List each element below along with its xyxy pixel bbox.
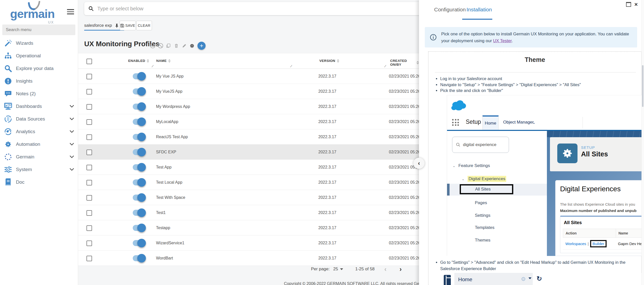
sf-tree-themes[interactable]: Themes: [475, 238, 490, 243]
table-row[interactable]: My Vue JS App2022.3.1702/23/2021 05:26:: [78, 69, 419, 84]
builder-gear-icon[interactable]: ⚙: [521, 276, 526, 282]
enabled-toggle[interactable]: [133, 73, 144, 79]
builder-refresh-icon[interactable]: ↻: [537, 275, 542, 283]
sf-quick-find-box[interactable]: digital experience: [452, 137, 509, 153]
tab-configuration[interactable]: Configuration: [434, 7, 466, 13]
row-checkbox[interactable]: [86, 134, 92, 140]
next-page-button[interactable]: ›: [399, 265, 402, 273]
enabled-toggle[interactable]: [133, 179, 144, 185]
sidebar-item-operational[interactable]: Operational: [0, 50, 78, 62]
enabled-toggle[interactable]: [133, 104, 144, 110]
window-restore-icon[interactable]: [626, 2, 631, 7]
sidebar-item-explore-your-data[interactable]: Explore your data: [0, 62, 78, 75]
settings-gear-icon[interactable]: [189, 43, 195, 49]
enable-check-circle-icon[interactable]: [150, 43, 156, 49]
sidebar-item-data-sources[interactable]: Data Sources: [0, 113, 78, 125]
sf-tab-home[interactable]: Home: [482, 115, 499, 130]
table-row[interactable]: SFDC EXP2022.3.1702/23/2021 05:26:: [78, 145, 419, 160]
global-search-bar[interactable]: [84, 2, 419, 15]
table-row[interactable]: MyLocalApp2022.3.1702/23/2021 05:26:: [78, 114, 419, 129]
sidebar-item-dashboards[interactable]: Dashboards: [0, 100, 78, 113]
row-checkbox[interactable]: [86, 256, 92, 261]
ux-tester-link[interactable]: UX Tester: [493, 38, 512, 43]
chevron-down-icon[interactable]: [70, 118, 74, 120]
sort-icon[interactable]: [168, 59, 171, 63]
sidebar-item-system[interactable]: System: [0, 163, 78, 176]
enabled-toggle[interactable]: [133, 119, 144, 125]
hamburger-menu-icon[interactable]: [67, 9, 74, 15]
sort-icon[interactable]: [337, 59, 339, 63]
add-profile-button[interactable]: +: [197, 42, 206, 50]
sf-tree-feature-settings[interactable]: ⌄ Feature Settings: [453, 163, 490, 168]
sidebar-item-doc[interactable]: Doc: [0, 176, 78, 188]
chevron-down-icon[interactable]: [70, 105, 74, 108]
table-row[interactable]: WizardService12022.3.1702/23/2021 05:26:: [78, 235, 419, 251]
tab-installation[interactable]: Installation: [467, 7, 492, 13]
panel-scrollbar[interactable]: [641, 0, 644, 285]
column-header-name[interactable]: NAME: [156, 59, 171, 63]
row-checkbox[interactable]: [86, 89, 92, 94]
sidebar-item-notes-2[interactable]: Notes (2): [0, 87, 78, 100]
column-header-enabled[interactable]: ENABLED: [128, 59, 149, 63]
chevron-down-icon[interactable]: [70, 143, 74, 146]
duplicate-copy-icon[interactable]: [166, 43, 171, 49]
enabled-toggle[interactable]: [133, 149, 144, 155]
save-button[interactable]: SAVE: [120, 21, 136, 30]
sort-icon[interactable]: [147, 59, 149, 63]
enabled-toggle[interactable]: [133, 210, 144, 216]
previous-page-button[interactable]: ‹: [384, 265, 387, 273]
sf-builder-link[interactable]: Builder: [590, 240, 607, 247]
row-checkbox[interactable]: [86, 74, 92, 79]
search-input[interactable]: [97, 6, 351, 12]
sidebar-item-automation[interactable]: Automation: [0, 138, 78, 151]
column-header-version[interactable]: VERSION: [319, 59, 339, 63]
row-checkbox[interactable]: [86, 180, 92, 185]
edit-pencil-icon[interactable]: [181, 43, 187, 49]
chevron-down-icon[interactable]: [70, 168, 74, 171]
enabled-toggle[interactable]: [133, 255, 144, 261]
sf-workspaces-link[interactable]: Workspaces: [565, 242, 586, 246]
row-checkbox[interactable]: [86, 241, 92, 246]
table-row[interactable]: Test With Space2022.3.1702/23/2021 05:26…: [78, 190, 419, 205]
close-icon[interactable]: ✕: [634, 2, 638, 7]
pin-icon[interactable]: [115, 23, 119, 28]
table-row[interactable]: Test App2022.3.1702/23/2021 05:26:: [78, 160, 419, 175]
sidebar-item-wizards[interactable]: Wizards: [0, 37, 78, 50]
enabled-toggle[interactable]: [133, 164, 144, 170]
enabled-toggle[interactable]: [133, 225, 144, 231]
app-launcher-icon[interactable]: [452, 119, 459, 126]
sf-tree-pages[interactable]: Pages: [475, 200, 487, 205]
row-checkbox[interactable]: [86, 210, 92, 216]
clear-button[interactable]: CLEAR: [136, 21, 152, 30]
enabled-toggle[interactable]: [133, 88, 144, 94]
row-checkbox[interactable]: [86, 165, 92, 170]
filter-chip[interactable]: salesforce exp ✕: [84, 22, 124, 31]
select-all-checkbox[interactable]: [86, 59, 92, 64]
sidebar-item-insights[interactable]: Insights: [0, 75, 78, 87]
panel-collapse-button[interactable]: ‹: [413, 158, 425, 169]
table-row[interactable]: My VueJS App2022.3.1702/23/2021 05:26:: [78, 84, 419, 99]
sf-tab-object-manager[interactable]: Object Manager: [503, 120, 534, 125]
delete-trash-icon[interactable]: [173, 43, 179, 49]
row-checkbox[interactable]: [86, 195, 92, 201]
sf-tree-all-sites-selected[interactable]: All Sites: [447, 184, 547, 196]
chevron-down-icon[interactable]: [70, 156, 74, 158]
column-header-created[interactable]: CREATED ON/BY: [390, 59, 419, 66]
sf-tree-templates[interactable]: Templates: [475, 225, 494, 230]
per-page-select[interactable]: 25: [333, 267, 343, 272]
chevron-down-icon[interactable]: [70, 130, 74, 133]
table-row[interactable]: ReactJS Test App2022.3.1702/23/2021 05:2…: [78, 129, 419, 145]
sidebar-item-germain[interactable]: Germain: [0, 151, 78, 163]
sidebar-search-input[interactable]: [2, 25, 75, 35]
row-checkbox[interactable]: [86, 150, 92, 155]
table-row[interactable]: Test Local App2022.3.1702/23/2021 05:26:: [78, 175, 419, 190]
disable-ban-icon[interactable]: [158, 43, 163, 49]
enabled-toggle[interactable]: [133, 195, 144, 201]
sidebar-item-analytics[interactable]: Analytics: [0, 125, 78, 138]
row-checkbox[interactable]: [86, 119, 92, 125]
table-row[interactable]: Test12022.3.1702/23/2021 05:26:: [78, 205, 419, 220]
enabled-toggle[interactable]: [133, 134, 144, 140]
row-checkbox[interactable]: [86, 104, 92, 110]
row-checkbox[interactable]: [86, 225, 92, 231]
scrollbar-thumb[interactable]: [642, 65, 643, 107]
